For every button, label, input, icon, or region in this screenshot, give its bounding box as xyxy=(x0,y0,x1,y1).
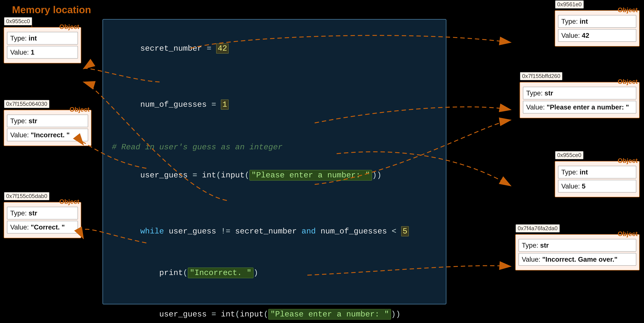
code-line-3: user_guess = int(input("Please enter a n… xyxy=(112,155,437,196)
value-field-left-1: Value: 1 xyxy=(7,46,78,58)
address-left-2: 0x7f155c064030 xyxy=(4,100,49,108)
type-field-right-2: Type: str xyxy=(523,87,636,99)
type-field-left-2: Type: str xyxy=(7,114,88,127)
code-line-blank-2 xyxy=(112,126,437,140)
address-right-3: 0x955ce0 xyxy=(555,151,584,159)
object-box-left-1: 0x955cc0 Object Type: int Value: 1 xyxy=(4,27,81,63)
code-line-6: user_guess = int(input("Please enter a n… xyxy=(112,294,437,323)
code-line-comment: # Read in user's guess as an integer xyxy=(112,140,437,154)
object-box-right-2: 0x7f155bffd260 Object Type: str Value: "… xyxy=(520,82,640,118)
type-field-right-4: Type: str xyxy=(518,239,636,252)
object-box-left-3: 0x7f155c05dab0 Object Type: str Value: "… xyxy=(4,202,81,238)
address-left-3: 0x7f155c05dab0 xyxy=(4,192,49,200)
main-container: Memory location ↓ secret_number = 42 num… xyxy=(0,0,644,323)
address-right-2: 0x7f155bffd260 xyxy=(520,72,562,80)
value-field-right-3: Value: 5 xyxy=(558,180,636,192)
object-label-right-4: Object xyxy=(618,230,638,238)
code-line-blank-3 xyxy=(112,197,437,210)
code-line-blank-1 xyxy=(112,70,437,83)
value-field-right-4: Value: "Incorrect. Game over." xyxy=(518,253,636,266)
address-right-1: 0x9561e0 xyxy=(555,0,584,8)
code-panel: secret_number = 42 num_of_guesses = 1 # … xyxy=(102,19,446,304)
code-line-4: while user_guess != secret_number and nu… xyxy=(112,211,437,252)
address-left-1: 0x955cc0 xyxy=(4,17,32,25)
object-label-right-2: Object xyxy=(618,78,638,85)
type-field-left-1: Type: int xyxy=(7,32,78,44)
value-field-right-2: Value: "Please enter a number: " xyxy=(523,101,636,114)
object-label-right-1: Object xyxy=(618,6,638,14)
code-line-2: num_of_guesses = 1 xyxy=(112,84,437,125)
value-field-right-1: Value: 42 xyxy=(558,29,636,42)
code-line-5: print("Incorrect. ") xyxy=(112,253,437,293)
memory-location-label: Memory location xyxy=(12,4,91,15)
type-field-right-3: Type: int xyxy=(558,166,636,178)
address-right-4: 0x7f4a76fa2da0 xyxy=(516,224,560,232)
object-label-left-2: Object xyxy=(70,106,90,113)
code-line-1: secret_number = 42 xyxy=(112,28,437,69)
object-box-right-3: 0x955ce0 Object Type: int Value: 5 xyxy=(555,161,640,197)
value-field-left-2: Value: "Incorrect. " xyxy=(7,129,88,141)
type-field-left-3: Type: str xyxy=(7,207,78,220)
type-field-right-1: Type: int xyxy=(558,15,636,28)
object-box-right-4: 0x7f4a76fa2da0 Object Type: str Value: "… xyxy=(515,234,640,270)
object-label-left-3: Object xyxy=(59,198,79,205)
object-box-left-2: 0x7f155c064030 Object Type: str Value: "… xyxy=(4,110,92,146)
object-label-left-1: Object xyxy=(59,23,79,30)
object-box-right-1: 0x9561e0 Object Type: int Value: 42 xyxy=(555,10,640,46)
object-label-right-3: Object xyxy=(618,157,638,164)
value-field-left-3: Value: "Correct. " xyxy=(7,221,78,234)
